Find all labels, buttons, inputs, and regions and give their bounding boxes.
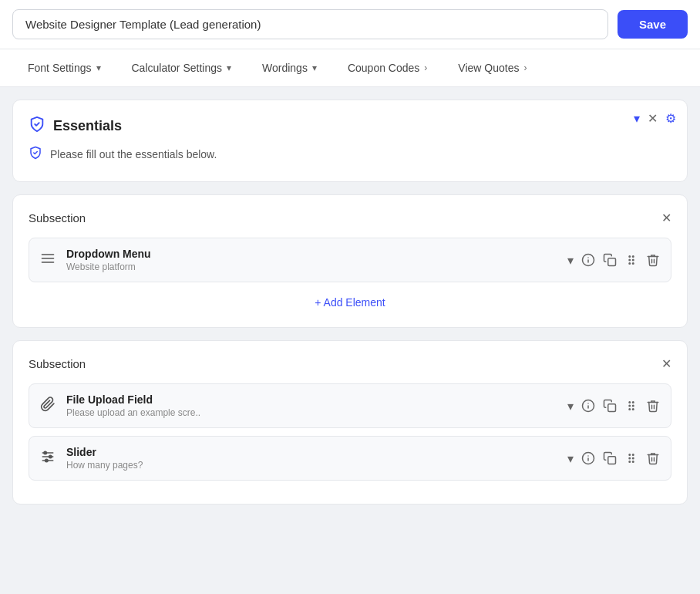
slider-info-icon[interactable] (581, 451, 595, 465)
essentials-card-icons: ▾ ✕ ⚙ (634, 111, 676, 126)
svg-point-27 (49, 455, 52, 457)
save-button[interactable]: Save (618, 10, 688, 39)
subsection-2-close-icon[interactable]: ✕ (661, 356, 671, 371)
essentials-description-text: Please fill out the essentials below. (50, 148, 217, 160)
nav-arrow-font-settings: ▾ (96, 62, 101, 73)
svg-point-37 (629, 461, 631, 463)
subsection-1-label: Subsection (29, 211, 86, 224)
file-upload-delete-icon[interactable] (646, 399, 660, 413)
svg-point-8 (633, 256, 634, 258)
subsection-1-close-icon[interactable]: ✕ (661, 211, 671, 225)
nav-label-view-quotes: View Quotes (458, 62, 519, 74)
essentials-shield-icon (29, 116, 45, 137)
dropdown-menu-info-icon[interactable] (581, 253, 595, 267)
element-row-file-upload: File Upload Field Please upload an examp… (29, 383, 671, 428)
file-upload-icon (40, 397, 56, 416)
svg-rect-16 (608, 404, 616, 412)
slider-chevron-icon[interactable]: ▾ (567, 451, 574, 466)
essentials-card: ▾ ✕ ⚙ Essentials Please fill out the ess… (12, 100, 688, 182)
svg-point-33 (629, 454, 631, 456)
slider-delete-icon[interactable] (646, 451, 660, 465)
nav-label-coupon-codes: Coupon Codes (348, 62, 419, 74)
essentials-description-row: Please fill out the essentials below. (29, 146, 671, 163)
main-content: ▾ ✕ ⚙ Essentials Please fill out the ess… (0, 87, 700, 517)
nav-label-calculator-settings: Calculator Settings (132, 62, 223, 74)
nav-item-wordings[interactable]: Wordings ▾ (247, 49, 332, 86)
nav-label-font-settings: Font Settings (28, 62, 92, 74)
file-upload-copy-icon[interactable] (603, 399, 617, 413)
subsection-card-2: Subsection ✕ File Upload Field Please up… (12, 340, 688, 505)
svg-rect-32 (608, 457, 616, 464)
svg-point-26 (44, 451, 46, 454)
dropdown-menu-sub: Website platform (66, 262, 557, 272)
nav-label-wordings: Wordings (262, 62, 308, 74)
nav-bar: Font Settings ▾ Calculator Settings ▾ Wo… (0, 49, 700, 87)
file-upload-name: File Upload Field (66, 393, 557, 406)
essentials-chevron-icon[interactable]: ▾ (634, 111, 640, 126)
dropdown-menu-drag-icon[interactable] (624, 253, 638, 267)
dropdown-menu-delete-icon[interactable] (646, 253, 660, 267)
svg-point-28 (45, 459, 48, 461)
dropdown-menu-info: Dropdown Menu Website platform (66, 248, 557, 272)
svg-point-19 (629, 405, 631, 407)
slider-name: Slider (66, 446, 557, 458)
nav-item-font-settings[interactable]: Font Settings ▾ (12, 49, 116, 86)
file-upload-info-icon[interactable] (581, 399, 595, 413)
slider-icon (40, 449, 56, 468)
nav-arrow-wordings: ▾ (312, 62, 317, 73)
file-upload-actions: ▾ (567, 399, 660, 413)
svg-point-22 (633, 409, 634, 410)
essentials-close-icon[interactable]: ✕ (648, 111, 658, 126)
svg-point-34 (633, 454, 634, 456)
svg-point-7 (629, 256, 631, 258)
title-input[interactable] (12, 9, 608, 39)
file-upload-sub: Please upload an example scre.. (66, 407, 557, 418)
dropdown-menu-name: Dropdown Menu (66, 248, 557, 260)
slider-actions: ▾ (567, 451, 660, 466)
subsection-2-label: Subsection (29, 357, 86, 370)
svg-point-21 (629, 409, 631, 410)
top-bar: Save (0, 0, 700, 49)
svg-point-17 (629, 402, 631, 403)
svg-point-12 (633, 263, 634, 265)
svg-point-38 (633, 461, 634, 463)
element-row-dropdown-menu: Dropdown Menu Website platform ▾ (29, 238, 671, 282)
dropdown-menu-chevron-icon[interactable]: ▾ (567, 253, 574, 268)
nav-arrow-coupon-codes: › (424, 62, 427, 73)
file-upload-info: File Upload Field Please upload an examp… (66, 393, 557, 418)
slider-sub: How many pages? (66, 460, 557, 471)
slider-info: Slider How many pages? (66, 446, 557, 471)
svg-point-35 (629, 457, 631, 459)
file-upload-chevron-icon[interactable]: ▾ (567, 399, 574, 413)
essentials-gear-icon[interactable]: ⚙ (665, 111, 676, 126)
element-row-slider: Slider How many pages? ▾ (29, 436, 671, 481)
svg-point-36 (633, 457, 634, 459)
file-upload-drag-icon[interactable] (624, 399, 638, 413)
dropdown-menu-actions: ▾ (567, 253, 660, 268)
svg-point-20 (633, 405, 634, 407)
svg-point-11 (629, 263, 631, 265)
svg-point-10 (633, 259, 634, 261)
dropdown-menu-list-icon (40, 251, 56, 270)
subsection-1-header: Subsection ✕ (29, 211, 671, 225)
essentials-desc-shield-icon (29, 146, 42, 163)
svg-rect-6 (608, 258, 616, 266)
nav-item-calculator-settings[interactable]: Calculator Settings ▾ (116, 49, 247, 86)
essentials-heading: Essentials (53, 118, 122, 134)
nav-item-coupon-codes[interactable]: Coupon Codes › (332, 49, 443, 86)
subsection-2-header: Subsection ✕ (29, 356, 671, 371)
nav-arrow-calculator-settings: ▾ (227, 62, 231, 73)
subsection-card-1: Subsection ✕ Dropdown Menu Website platf… (12, 194, 688, 328)
dropdown-menu-copy-icon[interactable] (603, 253, 617, 267)
nav-item-view-quotes[interactable]: View Quotes › (443, 49, 542, 86)
nav-arrow-view-quotes: › (523, 62, 527, 73)
slider-drag-icon[interactable] (624, 451, 638, 465)
svg-point-9 (629, 259, 631, 261)
svg-point-18 (633, 402, 634, 403)
add-element-button-1[interactable]: + Add Element (29, 290, 671, 312)
slider-copy-icon[interactable] (603, 451, 617, 465)
essentials-title-row: Essentials (29, 116, 671, 137)
